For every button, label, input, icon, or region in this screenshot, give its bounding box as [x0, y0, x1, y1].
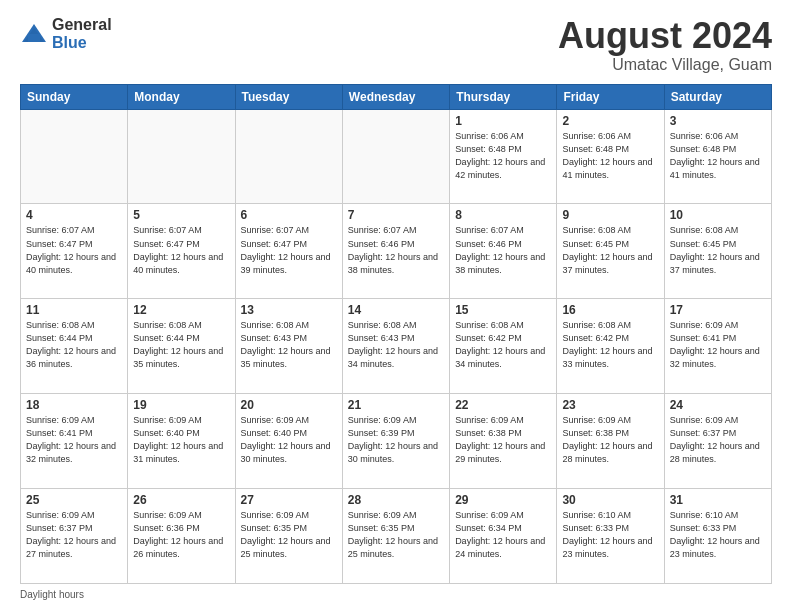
day-number: 11	[26, 303, 122, 317]
calendar-cell: 16Sunrise: 6:08 AM Sunset: 6:42 PM Dayli…	[557, 299, 664, 394]
calendar-cell: 7Sunrise: 6:07 AM Sunset: 6:46 PM Daylig…	[342, 204, 449, 299]
logo: General Blue	[20, 16, 112, 51]
calendar-week-5: 25Sunrise: 6:09 AM Sunset: 6:37 PM Dayli…	[21, 489, 772, 584]
calendar-cell: 4Sunrise: 6:07 AM Sunset: 6:47 PM Daylig…	[21, 204, 128, 299]
svg-rect-2	[28, 34, 40, 42]
calendar-cell: 20Sunrise: 6:09 AM Sunset: 6:40 PM Dayli…	[235, 394, 342, 489]
calendar-cell: 2Sunrise: 6:06 AM Sunset: 6:48 PM Daylig…	[557, 109, 664, 204]
day-number: 6	[241, 208, 337, 222]
calendar-cell: 15Sunrise: 6:08 AM Sunset: 6:42 PM Dayli…	[450, 299, 557, 394]
day-number: 30	[562, 493, 658, 507]
calendar-cell: 27Sunrise: 6:09 AM Sunset: 6:35 PM Dayli…	[235, 489, 342, 584]
day-number: 14	[348, 303, 444, 317]
day-number: 5	[133, 208, 229, 222]
calendar-cell	[128, 109, 235, 204]
logo-text: General Blue	[52, 16, 112, 51]
day-info: Sunrise: 6:08 AM Sunset: 6:44 PM Dayligh…	[133, 319, 229, 371]
footer-note: Daylight hours	[20, 589, 772, 600]
day-number: 10	[670, 208, 766, 222]
day-info: Sunrise: 6:08 AM Sunset: 6:45 PM Dayligh…	[670, 224, 766, 276]
day-info: Sunrise: 6:09 AM Sunset: 6:38 PM Dayligh…	[455, 414, 551, 466]
calendar-week-2: 4Sunrise: 6:07 AM Sunset: 6:47 PM Daylig…	[21, 204, 772, 299]
day-info: Sunrise: 6:10 AM Sunset: 6:33 PM Dayligh…	[562, 509, 658, 561]
day-number: 1	[455, 114, 551, 128]
calendar-cell: 19Sunrise: 6:09 AM Sunset: 6:40 PM Dayli…	[128, 394, 235, 489]
col-tuesday: Tuesday	[235, 84, 342, 109]
day-number: 31	[670, 493, 766, 507]
col-monday: Monday	[128, 84, 235, 109]
day-info: Sunrise: 6:09 AM Sunset: 6:36 PM Dayligh…	[133, 509, 229, 561]
day-info: Sunrise: 6:09 AM Sunset: 6:40 PM Dayligh…	[241, 414, 337, 466]
day-number: 24	[670, 398, 766, 412]
day-number: 8	[455, 208, 551, 222]
calendar-cell: 31Sunrise: 6:10 AM Sunset: 6:33 PM Dayli…	[664, 489, 771, 584]
day-number: 7	[348, 208, 444, 222]
col-saturday: Saturday	[664, 84, 771, 109]
day-info: Sunrise: 6:08 AM Sunset: 6:42 PM Dayligh…	[455, 319, 551, 371]
day-number: 18	[26, 398, 122, 412]
day-number: 23	[562, 398, 658, 412]
logo-blue-text: Blue	[52, 34, 112, 52]
calendar-cell: 29Sunrise: 6:09 AM Sunset: 6:34 PM Dayli…	[450, 489, 557, 584]
calendar-cell: 8Sunrise: 6:07 AM Sunset: 6:46 PM Daylig…	[450, 204, 557, 299]
day-number: 22	[455, 398, 551, 412]
logo-icon	[20, 20, 48, 48]
day-info: Sunrise: 6:07 AM Sunset: 6:46 PM Dayligh…	[455, 224, 551, 276]
calendar-cell: 30Sunrise: 6:10 AM Sunset: 6:33 PM Dayli…	[557, 489, 664, 584]
calendar-cell: 10Sunrise: 6:08 AM Sunset: 6:45 PM Dayli…	[664, 204, 771, 299]
day-info: Sunrise: 6:06 AM Sunset: 6:48 PM Dayligh…	[562, 130, 658, 182]
day-number: 27	[241, 493, 337, 507]
day-info: Sunrise: 6:06 AM Sunset: 6:48 PM Dayligh…	[455, 130, 551, 182]
calendar-cell: 18Sunrise: 6:09 AM Sunset: 6:41 PM Dayli…	[21, 394, 128, 489]
title-block: August 2024 Umatac Village, Guam	[558, 16, 772, 74]
calendar-cell: 28Sunrise: 6:09 AM Sunset: 6:35 PM Dayli…	[342, 489, 449, 584]
day-info: Sunrise: 6:08 AM Sunset: 6:42 PM Dayligh…	[562, 319, 658, 371]
page: General Blue August 2024 Umatac Village,…	[0, 0, 792, 612]
logo-general-text: General	[52, 16, 112, 34]
calendar-cell: 26Sunrise: 6:09 AM Sunset: 6:36 PM Dayli…	[128, 489, 235, 584]
col-sunday: Sunday	[21, 84, 128, 109]
day-number: 19	[133, 398, 229, 412]
calendar-cell: 5Sunrise: 6:07 AM Sunset: 6:47 PM Daylig…	[128, 204, 235, 299]
calendar-cell	[21, 109, 128, 204]
calendar-cell: 1Sunrise: 6:06 AM Sunset: 6:48 PM Daylig…	[450, 109, 557, 204]
day-info: Sunrise: 6:09 AM Sunset: 6:35 PM Dayligh…	[348, 509, 444, 561]
day-info: Sunrise: 6:10 AM Sunset: 6:33 PM Dayligh…	[670, 509, 766, 561]
calendar-cell: 12Sunrise: 6:08 AM Sunset: 6:44 PM Dayli…	[128, 299, 235, 394]
day-info: Sunrise: 6:07 AM Sunset: 6:46 PM Dayligh…	[348, 224, 444, 276]
day-info: Sunrise: 6:09 AM Sunset: 6:34 PM Dayligh…	[455, 509, 551, 561]
col-wednesday: Wednesday	[342, 84, 449, 109]
day-number: 9	[562, 208, 658, 222]
day-info: Sunrise: 6:09 AM Sunset: 6:37 PM Dayligh…	[26, 509, 122, 561]
day-info: Sunrise: 6:07 AM Sunset: 6:47 PM Dayligh…	[133, 224, 229, 276]
day-number: 2	[562, 114, 658, 128]
day-number: 25	[26, 493, 122, 507]
calendar-week-4: 18Sunrise: 6:09 AM Sunset: 6:41 PM Dayli…	[21, 394, 772, 489]
day-number: 12	[133, 303, 229, 317]
calendar-cell: 25Sunrise: 6:09 AM Sunset: 6:37 PM Dayli…	[21, 489, 128, 584]
calendar-location: Umatac Village, Guam	[558, 56, 772, 74]
day-number: 20	[241, 398, 337, 412]
col-friday: Friday	[557, 84, 664, 109]
calendar-cell: 17Sunrise: 6:09 AM Sunset: 6:41 PM Dayli…	[664, 299, 771, 394]
day-info: Sunrise: 6:07 AM Sunset: 6:47 PM Dayligh…	[26, 224, 122, 276]
day-info: Sunrise: 6:08 AM Sunset: 6:44 PM Dayligh…	[26, 319, 122, 371]
day-number: 29	[455, 493, 551, 507]
calendar-week-1: 1Sunrise: 6:06 AM Sunset: 6:48 PM Daylig…	[21, 109, 772, 204]
day-number: 13	[241, 303, 337, 317]
day-info: Sunrise: 6:09 AM Sunset: 6:41 PM Dayligh…	[26, 414, 122, 466]
day-number: 28	[348, 493, 444, 507]
day-info: Sunrise: 6:09 AM Sunset: 6:40 PM Dayligh…	[133, 414, 229, 466]
calendar-title: August 2024	[558, 16, 772, 56]
day-number: 16	[562, 303, 658, 317]
day-info: Sunrise: 6:09 AM Sunset: 6:41 PM Dayligh…	[670, 319, 766, 371]
calendar-cell: 9Sunrise: 6:08 AM Sunset: 6:45 PM Daylig…	[557, 204, 664, 299]
weekday-header-row: Sunday Monday Tuesday Wednesday Thursday…	[21, 84, 772, 109]
day-info: Sunrise: 6:09 AM Sunset: 6:39 PM Dayligh…	[348, 414, 444, 466]
day-number: 4	[26, 208, 122, 222]
day-info: Sunrise: 6:09 AM Sunset: 6:37 PM Dayligh…	[670, 414, 766, 466]
col-thursday: Thursday	[450, 84, 557, 109]
calendar-cell	[235, 109, 342, 204]
calendar-cell: 13Sunrise: 6:08 AM Sunset: 6:43 PM Dayli…	[235, 299, 342, 394]
day-number: 26	[133, 493, 229, 507]
